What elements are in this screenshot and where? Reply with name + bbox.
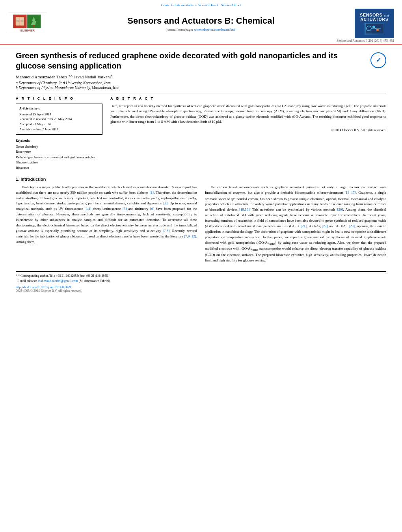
article-title-block: Green synthesis of reduced graphene oxid… — [16, 50, 386, 71]
journal-title-center: Sensors and Actuators B: Chemical journa… — [47, 16, 355, 32]
author1-name: Mahmoud Amouzadeh Tabrizi — [16, 74, 69, 79]
section-header: 1. Introduction — [16, 177, 386, 182]
elsevier-svg: ELSEVIER — [10, 15, 45, 32]
ref-6[interactable]: [6] — [150, 207, 154, 211]
keyword-1: Green chemistry — [16, 144, 102, 150]
keyword-3: Reduced graphene oxide decorated with go… — [16, 155, 102, 160]
header-top: Contents lists available at ScienceDirec… — [8, 3, 394, 7]
divider — [16, 93, 386, 93]
crossmark-icon: ✓ — [370, 52, 386, 68]
ref-13-17[interactable]: [13–17] — [344, 191, 356, 195]
revised-date: Received in revised form 23 May 2014 — [19, 117, 99, 122]
doi-url[interactable]: http://dx.doi.org/10.1016/j.snb.2014.05.… — [16, 285, 71, 289]
history-label: Article history: — [19, 106, 99, 110]
footnote-email: E-mail address: mahmoud.tabrizi@gmail.co… — [16, 278, 386, 284]
article-title-text: Green synthesis of reduced graphene oxid… — [16, 50, 370, 71]
article-history-box: Article history: Received 15 April 2014 … — [16, 104, 102, 135]
journal-homepage: journal homepage: www.elsevier.com/locat… — [55, 28, 347, 32]
keywords-label: Keywords: — [16, 139, 102, 143]
sensors-logo-title: SENSORS and — [360, 13, 389, 17]
intro-col2-text: the carbon based nanomaterials such as g… — [205, 185, 386, 263]
section-number: 1. — [16, 177, 19, 182]
sciencedirect-link[interactable]: ScienceDirect — [221, 3, 241, 7]
ref-23[interactable]: [23] — [349, 224, 355, 228]
svg-text:ELSEVIER: ELSEVIER — [20, 29, 35, 32]
authors-line: Mahmoud Amouzadeh Tabrizia,*, Javad Nada… — [16, 74, 386, 79]
section-title: Introduction — [20, 177, 46, 182]
ref-1[interactable]: [1] — [150, 191, 154, 195]
intro-col1-text: Diabetes is a major public health proble… — [16, 185, 197, 245]
info-abstract-cols: A R T I C L E I N F O Article history: R… — [16, 96, 386, 171]
ref-7-12[interactable]: [7,9–12] — [184, 234, 196, 238]
intro-col1: Diabetes is a major public health proble… — [16, 185, 197, 263]
email-label: E-mail address: — [17, 279, 37, 283]
ref-7-8[interactable]: [7,8] — [163, 229, 169, 233]
doi-link[interactable]: http://dx.doi.org/10.1016/j.snb.2014.05.… — [16, 285, 386, 289]
introduction-section: 1. Introduction Diabetes is a major publ… — [16, 177, 386, 263]
header-main: ELSEVIER Sensors and Actuators B: Chemic… — [8, 9, 394, 38]
contents-list-text: Contents lists available at ScienceDirec… — [161, 3, 218, 7]
keyword-2: Rose water — [16, 149, 102, 155]
ref-22[interactable]: [22] — [322, 224, 328, 228]
affiliation-b: b Department of Physics, Mazandaran Univ… — [16, 86, 386, 90]
ref-20[interactable]: [20] — [337, 208, 343, 211]
svg-rect-3 — [33, 25, 34, 28]
ref-5[interactable]: [5] — [123, 207, 127, 211]
accepted-date: Accepted 23 May 2014 — [19, 122, 99, 127]
sensors-actuators-logo: SENSORS and ACTUATORS — [355, 9, 394, 38]
citation: Sensors and Actuators B 202 (2014) 475–4… — [8, 39, 394, 43]
ref-2[interactable]: [2] — [163, 201, 168, 205]
journal-title: Sensors and Actuators B: Chemical — [55, 16, 347, 26]
elsevier-logo: ELSEVIER — [8, 13, 47, 34]
intro-col2: the carbon based nanomaterials such as g… — [205, 185, 386, 263]
author2-name: Javad Nadali Varkani — [74, 74, 111, 79]
introduction-cols: Diabetes is a major public health proble… — [16, 185, 386, 263]
article-info-label: A R T I C L E I N F O — [16, 96, 102, 100]
keyword-5: Biosensor — [16, 165, 102, 171]
available-date: Available online 2 June 2014 — [19, 127, 99, 132]
abstract-col: A B S T R A C T Here, we report an eco-f… — [110, 96, 386, 171]
footnote-corresponding: * * Corresponding author. Tel.: +98 21 4… — [16, 274, 386, 278]
journal-header: Contents lists available at ScienceDirec… — [0, 0, 402, 44]
ref-18-19[interactable]: [18,19] — [239, 208, 249, 211]
homepage-link[interactable]: www.elsevier.com/locate/snb — [194, 28, 235, 32]
keyword-4: Glucose oxidase — [16, 160, 102, 165]
article-content: Green synthesis of reduced graphene oxid… — [0, 44, 402, 298]
affiliation-a: a Department of Chemistry, Razi Universi… — [16, 81, 386, 85]
sensors-logo-image — [365, 23, 384, 35]
article-info-col: A R T I C L E I N F O Article history: R… — [16, 96, 102, 171]
ref-21[interactable]: [21] — [301, 224, 307, 228]
abstract-text: Here, we report an eco-friendly method f… — [110, 104, 386, 125]
received-date: Received 15 April 2014 — [19, 112, 99, 117]
footnote-section: * * Corresponding author. Tel.: +98 21 4… — [16, 271, 386, 293]
copyright-text: © 2014 Elsevier B.V. All rights reserved… — [110, 128, 386, 132]
abstract-label: A B S T R A C T — [110, 96, 386, 100]
intro-paragraph-2: the carbon based nanomaterials such as g… — [205, 185, 386, 263]
issn-text: 0925-4005/© 2014 Elsevier B.V. All right… — [16, 289, 386, 293]
intro-paragraph-1: Diabetes is a major public health proble… — [16, 185, 197, 245]
actuators-text: ACTUATORS — [361, 17, 389, 22]
page: Contents lists available at ScienceDirec… — [0, 0, 402, 532]
ref-3-4[interactable]: [3,4] — [85, 207, 91, 211]
email-link[interactable]: mahmoud.tabrizi@gmail.com — [38, 279, 78, 283]
email-name: (M. Amouzadeh Tabrizi). — [79, 279, 111, 283]
